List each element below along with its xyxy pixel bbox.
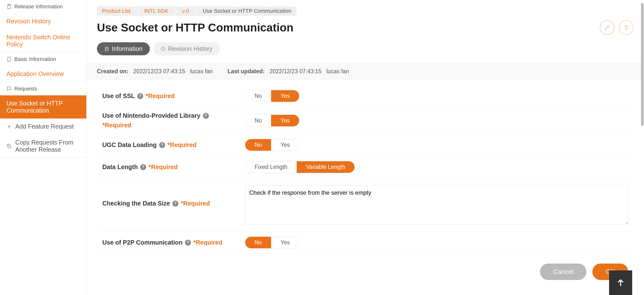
form-label-ssl: Use of SSL bbox=[102, 92, 135, 100]
required-label: *Required bbox=[102, 122, 131, 129]
form-label-data-length: Data Length bbox=[102, 163, 138, 171]
required-label: *Required bbox=[146, 92, 175, 100]
form-row-ssl: Use of SSL ? *Required No Yes bbox=[97, 85, 634, 107]
meta-created: Created on: 2022/12/23 07:43:15 lucas fa… bbox=[97, 68, 213, 75]
edit-button[interactable] bbox=[600, 20, 614, 35]
sidebar-item-add-feature[interactable]: Add Feature Request bbox=[0, 118, 86, 134]
sidebar-section-basic: Basic Information Application Overview bbox=[0, 53, 86, 82]
scrollbar[interactable] bbox=[640, 0, 644, 295]
sidebar-header-label: Basic Information bbox=[14, 56, 56, 62]
sidebar: Release Information Revision History Nin… bbox=[0, 0, 86, 295]
toggle-ssl: No Yes bbox=[245, 90, 299, 102]
clipboard-icon bbox=[6, 4, 12, 9]
form-row-data-size: Checking the Data Size ? *Required bbox=[97, 178, 634, 232]
toggle-variable-length[interactable]: Variable Length bbox=[297, 161, 354, 173]
form-label-area: Data Length ? *Required bbox=[102, 163, 238, 171]
title-actions bbox=[600, 20, 634, 35]
toggle-library: No Yes bbox=[245, 115, 299, 127]
meta-updated-date: 2022/12/23 07:43:15 bbox=[270, 68, 322, 75]
toggle-fixed-length[interactable]: Fixed Length bbox=[245, 161, 297, 173]
required-label: *Required bbox=[168, 141, 196, 148]
sidebar-item-label: Copy Requests From Another Release bbox=[15, 139, 80, 153]
sidebar-header-release: Release Information bbox=[0, 0, 86, 13]
delete-button[interactable] bbox=[619, 20, 634, 35]
sidebar-header-label: Requests bbox=[14, 85, 37, 92]
scroll-to-top-button[interactable] bbox=[609, 271, 632, 295]
sidebar-header-basic: Basic Information bbox=[0, 53, 86, 66]
form-label-data-size: Checking the Data Size bbox=[102, 200, 170, 207]
toggle-ssl-yes[interactable]: Yes bbox=[271, 90, 299, 102]
tab-label: Revision History bbox=[168, 45, 212, 52]
sidebar-item-app-overview[interactable]: Application Overview bbox=[0, 66, 86, 82]
tabs: Information Revision History bbox=[97, 42, 634, 55]
form-row-p2p: Use of P2P Communication ? *Required No … bbox=[97, 232, 634, 254]
copy-icon bbox=[6, 143, 12, 149]
form-row-data-length: Data Length ? *Required Fixed Length Var… bbox=[97, 156, 634, 178]
breadcrumb: Product List INTL SDK v.0 Use Socket or … bbox=[97, 6, 634, 16]
form-label-area: UGC Data Loading ? *Required bbox=[102, 141, 238, 148]
sidebar-item-nso-policy[interactable]: Nintendo Switch Online Policy bbox=[0, 29, 86, 52]
form-row-ugc: UGC Data Loading ? *Required No Yes bbox=[97, 134, 634, 156]
help-icon[interactable]: ? bbox=[172, 201, 178, 207]
sidebar-section-requests: Requests Use Socket or HTTP Communicatio… bbox=[0, 82, 86, 158]
help-icon[interactable]: ? bbox=[203, 113, 209, 119]
footer-actions: Cancel OK bbox=[97, 254, 634, 290]
toggle-p2p-yes[interactable]: Yes bbox=[271, 237, 299, 248]
form-label-area: Use of SSL ? *Required bbox=[102, 92, 238, 100]
meta-created-label: Created on: bbox=[97, 68, 128, 75]
clock-icon bbox=[161, 46, 166, 51]
form-label-p2p: Use of P2P Communication bbox=[102, 239, 182, 246]
page-title-row: Use Socket or HTTP Communication bbox=[97, 20, 634, 35]
content-area: Product List INTL SDK v.0 Use Socket or … bbox=[86, 0, 644, 295]
cancel-button[interactable]: Cancel bbox=[540, 264, 586, 280]
document-icon bbox=[104, 46, 109, 51]
comment-icon bbox=[6, 86, 12, 91]
required-label: *Required bbox=[193, 239, 222, 246]
required-label: *Required bbox=[181, 200, 210, 207]
tab-information[interactable]: Information bbox=[97, 42, 150, 55]
sidebar-header-label: Release Information bbox=[14, 3, 63, 10]
breadcrumb-current: Use Socket or HTTP Communication bbox=[195, 6, 297, 16]
page-title: Use Socket or HTTP Communication bbox=[97, 21, 294, 34]
breadcrumb-product-list[interactable]: Product List bbox=[97, 6, 136, 16]
required-label: *Required bbox=[148, 163, 178, 171]
scrollbar-thumb[interactable] bbox=[641, 3, 644, 126]
form-label-library: Use of Nintendo-Provided Library bbox=[102, 112, 200, 119]
toggle-p2p: No Yes bbox=[245, 237, 299, 249]
sidebar-item-copy-requests[interactable]: Copy Requests From Another Release bbox=[0, 134, 86, 158]
sidebar-item-label: Add Feature Request bbox=[15, 123, 74, 130]
help-icon[interactable]: ? bbox=[140, 164, 146, 170]
textarea-data-size[interactable] bbox=[245, 185, 628, 225]
meta-updated-label: Last updated: bbox=[228, 68, 265, 75]
arrow-up-icon bbox=[616, 278, 626, 288]
plus-icon bbox=[6, 124, 12, 129]
meta-updated-user: lucas fan bbox=[326, 68, 349, 75]
toggle-library-no[interactable]: No bbox=[245, 115, 271, 126]
breadcrumb-intl-sdk[interactable]: INTL SDK bbox=[137, 6, 174, 16]
sidebar-item-revision-history[interactable]: Revision History bbox=[0, 13, 86, 29]
meta-bar: Created on: 2022/12/23 07:43:15 lucas fa… bbox=[86, 63, 644, 80]
meta-updated: Last updated: 2022/12/23 07:43:15 lucas … bbox=[228, 68, 349, 75]
form-label-area: Checking the Data Size ? *Required bbox=[102, 200, 238, 207]
toggle-library-yes[interactable]: Yes bbox=[271, 115, 299, 126]
trash-icon bbox=[623, 24, 630, 31]
form-row-library: Use of Nintendo-Provided Library ? *Requ… bbox=[97, 107, 634, 134]
toggle-ugc: No Yes bbox=[245, 139, 299, 151]
help-icon[interactable]: ? bbox=[185, 240, 191, 246]
toggle-p2p-no[interactable]: No bbox=[245, 237, 271, 248]
breadcrumb-version[interactable]: v.0 bbox=[175, 6, 194, 16]
toggle-ugc-yes[interactable]: Yes bbox=[271, 139, 299, 151]
sidebar-header-requests: Requests bbox=[0, 82, 86, 95]
toggle-ssl-no[interactable]: No bbox=[245, 90, 271, 102]
sidebar-item-use-socket[interactable]: Use Socket or HTTP Communication bbox=[0, 95, 86, 118]
toggle-ugc-no[interactable]: No bbox=[245, 139, 271, 151]
document-icon bbox=[6, 56, 12, 62]
help-icon[interactable]: ? bbox=[159, 142, 165, 148]
pencil-icon bbox=[604, 24, 610, 31]
svg-rect-3 bbox=[8, 145, 11, 148]
form-label-ugc: UGC Data Loading bbox=[102, 141, 157, 148]
meta-created-user: lucas fan bbox=[190, 68, 213, 75]
meta-created-date: 2022/12/23 07:43:15 bbox=[133, 68, 185, 75]
help-icon[interactable]: ? bbox=[137, 93, 143, 99]
tab-revision-history[interactable]: Revision History bbox=[153, 42, 220, 55]
